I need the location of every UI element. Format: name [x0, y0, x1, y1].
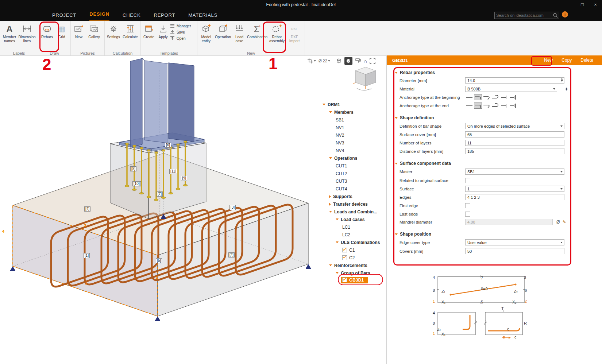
copy-rebar-button[interactable]: Copy: [562, 58, 572, 63]
chevron-right-icon[interactable]: [329, 203, 331, 206]
related-surface-checkbox[interactable]: [465, 178, 470, 183]
tree-item-supports[interactable]: Supports: [321, 193, 394, 200]
anchorage-head-icon[interactable]: [500, 94, 508, 100]
minimize-button[interactable]: –: [563, 0, 576, 9]
anchorage-straight-icon[interactable]: [465, 102, 473, 109]
navigation-cube[interactable]: [350, 65, 382, 93]
anchorage-hook-45-icon[interactable]: [483, 94, 491, 100]
rebar-assembly-button[interactable]: Rebar assembly: [267, 22, 286, 43]
tab-design[interactable]: DESIGN: [89, 9, 109, 22]
home-view-button[interactable]: ⌂: [364, 58, 367, 64]
combination-button[interactable]: Σ+ Combination: [247, 22, 267, 39]
tree-item-members[interactable]: Members: [321, 108, 394, 116]
tree-item-loads[interactable]: Loads and Combin...: [321, 208, 394, 216]
zoom-fit-button[interactable]: [370, 58, 375, 64]
anchorage-straight-icon[interactable]: [465, 94, 473, 100]
number-of-layers-input[interactable]: 11: [465, 140, 564, 146]
chevron-down-icon[interactable]: [323, 104, 325, 105]
surface-select[interactable]: 1: [465, 186, 564, 192]
clipping-button[interactable]: [307, 58, 316, 64]
new-rebar-button[interactable]: New: [544, 58, 553, 63]
chevron-down-icon[interactable]: [329, 264, 332, 266]
chevron-down-icon[interactable]: [329, 111, 332, 113]
settings-button[interactable]: Settings: [105, 22, 121, 39]
anchorage-hook-180-icon[interactable]: [491, 94, 499, 100]
anchorage-hook-down-icon[interactable]: [474, 94, 482, 100]
template-save-button[interactable]: Save: [170, 30, 196, 34]
section-surface-component[interactable]: Surface component data: [395, 160, 451, 167]
covers-input[interactable]: 50: [465, 248, 564, 254]
info-icon[interactable]: i: [562, 11, 568, 18]
template-create-button[interactable]: Create: [142, 22, 156, 39]
template-manager-button[interactable]: Manager: [170, 24, 196, 28]
maximize-button[interactable]: □: [576, 0, 589, 9]
last-edge-checkbox[interactable]: [465, 212, 470, 217]
material-select[interactable]: B 500B: [465, 86, 557, 92]
anchorage-plate-icon[interactable]: [509, 94, 517, 100]
delete-rebar-button[interactable]: Delete: [580, 58, 593, 63]
edge-cover-type-select[interactable]: User value: [465, 239, 564, 245]
diameter-input[interactable]: 14.0: [465, 77, 564, 84]
tab-materials[interactable]: MATERIALS: [188, 9, 217, 21]
gallery-button[interactable]: Gallery: [86, 22, 102, 39]
chevron-down-icon[interactable]: [329, 157, 332, 159]
picture-new-button[interactable]: New: [72, 22, 86, 39]
anchorage-begin-options: [465, 94, 517, 100]
distance-of-layers-input[interactable]: 185: [465, 148, 564, 154]
tree-item-operations[interactable]: Operations: [321, 154, 394, 162]
wireframe-view-button[interactable]: [336, 58, 342, 64]
anchorage-head-icon[interactable]: [500, 102, 508, 109]
template-apply-button[interactable]: Apply: [156, 22, 170, 39]
tab-check[interactable]: CHECK: [123, 9, 141, 21]
chevron-down-icon[interactable]: [336, 218, 339, 220]
anchorage-hook-45-icon[interactable]: [483, 102, 491, 109]
zoom-select[interactable]: Ø 22: [319, 59, 330, 63]
tab-project[interactable]: PROJECT: [52, 9, 76, 21]
surface-cover-input[interactable]: 65: [465, 131, 564, 138]
chevron-down-icon[interactable]: [336, 241, 339, 243]
ribbon-tab-bar: PROJECT DESIGN CHECK REPORT MATERIALS i: [0, 9, 602, 21]
bar-shape-select[interactable]: On more edges of selected surface: [465, 123, 564, 129]
paint-mode-button[interactable]: [355, 58, 361, 64]
chevron-down-icon[interactable]: [336, 272, 339, 274]
tree-item-transfer-devices[interactable]: Transfer devices: [321, 200, 394, 208]
load-case-button[interactable]: Load case: [232, 22, 247, 43]
section-shape-definition[interactable]: Shape definition: [395, 115, 434, 121]
dimension-lines-button[interactable]: Dimension lines: [18, 22, 36, 43]
operation-button[interactable]: Operation: [214, 22, 232, 39]
calculate-button[interactable]: Calculate: [121, 22, 139, 39]
search-input[interactable]: [495, 13, 553, 18]
grid-button[interactable]: ▦ Grid: [55, 22, 68, 39]
tree-item-reinforcements[interactable]: Reinforcements: [321, 262, 394, 269]
solid-view-button[interactable]: [344, 57, 352, 65]
member-names-button[interactable]: A Member names: [1, 22, 18, 43]
tab-report[interactable]: REPORT: [154, 9, 175, 21]
close-button[interactable]: ×: [589, 0, 602, 9]
checkbox-checked[interactable]: [342, 278, 347, 282]
anchorage-hook-180-icon[interactable]: [491, 102, 499, 109]
section-rebar-properties[interactable]: Rebar properties: [395, 69, 435, 76]
checkbox-checked[interactable]: [342, 248, 347, 252]
chevron-down-icon[interactable]: [329, 211, 332, 213]
section-shape-position[interactable]: Shape position: [395, 231, 431, 237]
anchorage-plate-icon[interactable]: [509, 102, 517, 109]
tree-item-label: NV2: [336, 133, 344, 138]
template-open-button[interactable]: Open: [170, 36, 196, 40]
save-icon: [170, 30, 175, 34]
chevron-right-icon[interactable]: [329, 195, 331, 198]
steel-column[interactable]: [130, 58, 194, 147]
rebars-button[interactable]: Rebars: [39, 22, 55, 39]
search-box[interactable]: [494, 12, 559, 19]
tree-item-drm1[interactable]: DRM1: [321, 101, 387, 108]
spinner-buttons[interactable]: [561, 78, 563, 82]
dimension-lines-icon: [22, 25, 32, 33]
tree-item-label: ULS Combinations: [341, 240, 380, 245]
edit-pencil-icon[interactable]: ✎: [563, 220, 566, 225]
add-material-button[interactable]: +: [565, 86, 568, 92]
anchorage-hook-down-icon[interactable]: [474, 102, 482, 109]
first-edge-checkbox[interactable]: [465, 203, 470, 208]
master-select[interactable]: SB1: [465, 169, 564, 175]
checkbox-checked[interactable]: [342, 255, 347, 260]
model-entity-button[interactable]: Model entity: [198, 22, 214, 43]
edges-input[interactable]: 4 1 2 3: [465, 194, 564, 200]
